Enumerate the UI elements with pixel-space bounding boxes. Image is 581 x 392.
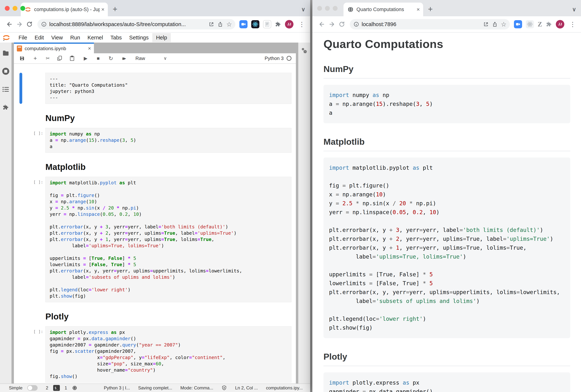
forward-button[interactable] <box>327 19 337 29</box>
site-info-icon[interactable] <box>354 21 359 27</box>
table-of-contents-icon[interactable] <box>2 87 9 92</box>
share-icon[interactable] <box>492 21 498 27</box>
paste-cells-button[interactable] <box>70 56 76 61</box>
new-tab-button[interactable]: + <box>113 4 118 14</box>
code-cell-matplotlib[interactable]: [ ]: import matplotlib.pyplot as plt fig… <box>14 177 292 302</box>
react-devtools-extension-icon[interactable] <box>526 20 534 28</box>
reload-button[interactable] <box>337 19 347 29</box>
menu-tabs[interactable]: Tabs <box>107 33 126 42</box>
trust-shield-icon[interactable] <box>222 385 227 391</box>
kernel-status-icon[interactable] <box>286 56 292 61</box>
maximize-window-button[interactable] <box>333 6 338 11</box>
zoom-extension-icon[interactable] <box>239 20 248 28</box>
tab-close-icon[interactable]: × <box>101 6 104 12</box>
raw-cell-editor[interactable]: --- title: "Quarto Computations" jupyter… <box>46 73 292 104</box>
cursor-position[interactable]: Ln 2, Col ... <box>235 385 258 391</box>
share-icon[interactable] <box>218 21 223 27</box>
document-tab-bar: computations.ipynb × <box>14 42 296 53</box>
browser-tab-title: Quarto Computations <box>356 7 415 12</box>
menu-settings[interactable]: Settings <box>126 33 152 42</box>
raw-cell-content[interactable]: --- title: "Quarto Computations" jupyter… <box>50 76 287 101</box>
react-devtools-extension-icon[interactable] <box>251 20 260 28</box>
browser-menu-icon[interactable]: ⋮ <box>568 20 577 28</box>
notebook-tab[interactable]: computations.ipynb × <box>14 42 94 53</box>
browser-tab[interactable]: Quarto Computations × <box>344 2 423 16</box>
browser-toolbar: localhost:8889/lab/workspaces/auto-S/tre… <box>0 16 310 32</box>
notebook-toolbar: + ✂ ▶ ■ ↻ ▶▶ Raw ∨ Python 3 <box>14 53 296 64</box>
document-extension-icon[interactable] <box>263 20 271 28</box>
cut-cells-button[interactable]: ✂ <box>45 55 51 61</box>
status-filename: computations.ipy... <box>266 385 303 391</box>
add-cell-button[interactable]: + <box>32 55 38 62</box>
puzzle-extensions-icon[interactable] <box>546 21 552 27</box>
stop-kernel-button[interactable]: ■ <box>95 55 101 61</box>
terminal-icon[interactable]: $_ <box>53 385 60 391</box>
run-cell-button[interactable]: ▶ <box>82 55 89 61</box>
kernel-status-text[interactable]: Python 3 | I... <box>104 385 130 391</box>
zotero-extension-icon[interactable]: Z <box>538 20 542 28</box>
new-tab-button[interactable]: + <box>428 4 433 14</box>
back-button[interactable] <box>4 19 14 29</box>
menu-help[interactable]: Help <box>152 33 171 42</box>
copy-cells-button[interactable] <box>57 56 64 61</box>
menu-kernel[interactable]: Kernel <box>84 33 107 42</box>
page-title: Quarto Computations <box>324 37 570 50</box>
site-info-icon[interactable] <box>41 21 47 27</box>
menu-edit[interactable]: Edit <box>31 33 48 42</box>
close-window-button[interactable] <box>5 6 10 11</box>
browser-menu-icon[interactable]: ⋮ <box>297 20 306 28</box>
browser-tab-strip: Quarto Computations × + ∨ <box>312 0 581 16</box>
url-text[interactable]: localhost:7896 <box>362 21 480 27</box>
back-button[interactable] <box>317 19 327 29</box>
file-browser-icon[interactable] <box>2 50 9 56</box>
address-bar[interactable]: localhost:8889/lab/workspaces/auto-S/tre… <box>38 19 235 29</box>
profile-avatar[interactable]: JJ <box>556 20 564 28</box>
extension-manager-icon[interactable] <box>2 104 9 111</box>
tab-overview-chevron-icon[interactable]: ∨ <box>572 6 576 12</box>
open-in-new-icon[interactable] <box>208 21 214 27</box>
cell-type-dropdown[interactable]: Raw <box>136 55 145 61</box>
menu-run[interactable]: Run <box>66 33 84 42</box>
url-text[interactable]: localhost:8889/lab/workspaces/auto-S/tre… <box>49 21 205 27</box>
zoom-extension-icon[interactable] <box>514 20 522 28</box>
mode-indicator[interactable]: Mode: Comma... <box>180 385 213 391</box>
bookmark-star-icon[interactable]: ☆ <box>226 21 232 27</box>
minimize-window-button[interactable] <box>325 6 330 11</box>
address-bar[interactable]: localhost:7896 ☆ <box>350 19 510 29</box>
code-cell-editor[interactable]: import matplotlib.pyplot as plt fig = pl… <box>46 177 292 302</box>
restart-run-all-button[interactable]: ▶▶ <box>120 56 126 60</box>
running-kernels-icon[interactable] <box>2 68 9 75</box>
macos-window-controls[interactable] <box>317 6 338 11</box>
puzzle-extensions-icon[interactable] <box>275 21 281 27</box>
minimize-window-button[interactable] <box>12 6 18 11</box>
property-inspector-gears-icon[interactable] <box>300 47 308 54</box>
code-block-numpy: import numpy as np a = np.arange(15).res… <box>324 85 570 123</box>
code-block-plotly: import plotly.express as px gapminder = … <box>324 372 570 392</box>
profile-avatar[interactable]: JJ <box>285 20 294 28</box>
code-cell-numpy[interactable]: [ ]: import numpy as np a = np.arange(15… <box>14 128 292 153</box>
kernel-name[interactable]: Python 3 <box>264 55 284 61</box>
tab-close-icon[interactable]: × <box>416 6 420 12</box>
kernel-chip-icon[interactable] <box>72 385 78 391</box>
restart-kernel-button[interactable]: ↻ <box>108 55 114 62</box>
macos-window-controls[interactable] <box>5 6 25 11</box>
code-cell-editor[interactable]: import numpy as np a = np.arange(15).res… <box>46 128 292 153</box>
simple-mode-toggle[interactable] <box>27 385 38 391</box>
open-in-new-icon[interactable] <box>483 21 489 27</box>
code-cell-plotly[interactable]: [ ]: import plotly.express as px gapmind… <box>14 326 292 383</box>
forward-button[interactable] <box>14 19 24 29</box>
save-button[interactable] <box>20 56 26 61</box>
tab-overview-chevron-icon[interactable]: ∨ <box>301 6 305 12</box>
menu-file[interactable]: File <box>15 33 31 42</box>
menu-view[interactable]: View <box>48 33 66 42</box>
bookmark-star-icon[interactable]: ☆ <box>501 21 506 27</box>
code-cell-editor[interactable]: import plotly.express as px gapminder = … <box>46 326 292 383</box>
cell-type-chevron-icon[interactable]: ∨ <box>164 56 167 61</box>
markdown-heading-plotly: Plotly <box>46 312 296 322</box>
reload-button[interactable] <box>24 19 34 29</box>
maximize-window-button[interactable] <box>20 6 25 11</box>
notebook-tab-close-icon[interactable]: × <box>88 45 91 51</box>
raw-cell[interactable]: --- title: "Quarto Computations" jupyter… <box>14 73 292 104</box>
close-window-button[interactable] <box>317 6 322 11</box>
browser-tab[interactable]: computations.ip (auto-S) - Jup × <box>21 2 108 16</box>
